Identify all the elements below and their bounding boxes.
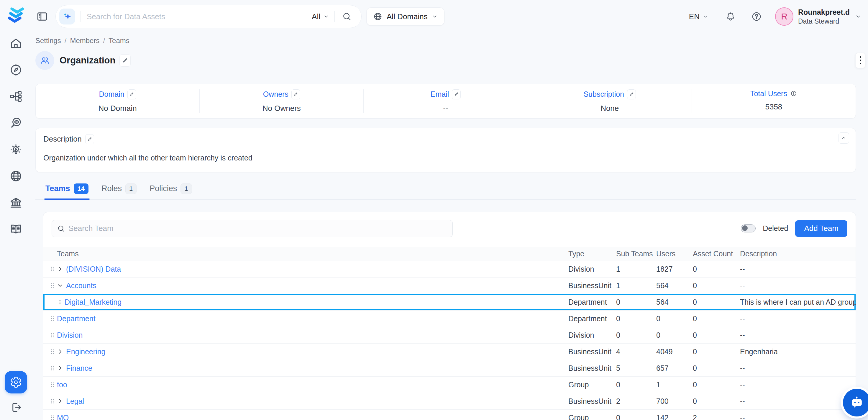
tab-teams[interactable]: Teams 14	[44, 182, 90, 200]
drag-handle-icon[interactable]	[51, 382, 54, 388]
drag-handle-icon[interactable]	[51, 398, 54, 404]
tab-count-badge: 1	[125, 183, 136, 194]
hierarchy-icon	[9, 90, 23, 103]
team-link[interactable]: MO	[57, 414, 69, 420]
team-description: --	[733, 414, 856, 420]
tab-policies[interactable]: Policies 1	[148, 182, 193, 200]
user-avatar[interactable]: R	[775, 7, 794, 26]
drag-handle-icon[interactable]	[58, 299, 62, 305]
drag-handle-icon[interactable]	[51, 266, 54, 272]
drag-handle-icon[interactable]	[51, 332, 54, 338]
chevron-down-icon[interactable]	[855, 13, 862, 20]
team-link[interactable]: Division	[57, 331, 83, 339]
team-link[interactable]: Finance	[66, 364, 92, 372]
stat-item: Email --	[363, 89, 527, 113]
drag-handle-icon[interactable]	[51, 365, 54, 371]
team-sub-teams: 1	[609, 281, 649, 290]
add-team-button[interactable]: Add Team	[795, 220, 847, 237]
sidebar-item-domains[interactable]	[9, 169, 23, 183]
team-search-input[interactable]	[52, 220, 453, 237]
stat-label: Subscription	[583, 90, 624, 98]
sidebar-item-glossary[interactable]	[9, 222, 23, 236]
column-header: Asset Count	[686, 249, 733, 258]
table-row: Division Division 0 0 0 --	[43, 327, 856, 343]
stat-edit-button[interactable]	[291, 89, 300, 99]
expand-chevron-icon[interactable]	[57, 398, 63, 404]
global-search-input[interactable]	[86, 12, 312, 22]
tab-label: Policies	[150, 184, 177, 193]
bell-icon	[725, 11, 736, 22]
help-button[interactable]	[750, 10, 763, 23]
collapse-description-button[interactable]	[838, 132, 849, 144]
team-link[interactable]: Digital_Marketing	[65, 298, 122, 306]
expand-chevron-icon[interactable]	[57, 365, 63, 371]
expand-chevron-icon[interactable]	[57, 266, 63, 272]
deleted-toggle[interactable]	[741, 224, 756, 233]
globe-icon	[373, 12, 382, 21]
main-area: All All Domains EN	[32, 0, 868, 420]
teams-controls: Deleted Add Team	[43, 220, 856, 237]
sidebar-item-explore[interactable]	[9, 63, 23, 77]
stat-label: Email	[431, 90, 449, 98]
app-logo[interactable]	[6, 6, 26, 26]
more-options-button[interactable]	[855, 53, 865, 68]
drag-handle-icon[interactable]	[51, 349, 54, 355]
search-submit-button[interactable]	[340, 10, 353, 23]
tab-roles[interactable]: Roles 1	[100, 182, 138, 200]
page-content: Settings / Members / Teams Organization	[32, 33, 868, 420]
team-link[interactable]: foo	[57, 381, 67, 389]
team-link[interactable]: Legal	[66, 397, 84, 406]
stats-card: Domain No Domain Owners No Owners Email …	[35, 84, 856, 119]
search-scope-dropdown[interactable]: All	[312, 12, 329, 21]
drag-handle-icon[interactable]	[51, 316, 54, 322]
tab-label: Roles	[101, 184, 122, 193]
sidebar-item-insights[interactable]	[9, 143, 23, 156]
drag-handle-icon[interactable]	[51, 415, 54, 420]
team-users: 700	[649, 397, 686, 406]
logout-button[interactable]	[9, 400, 23, 414]
expand-chevron-icon[interactable]	[57, 348, 63, 355]
breadcrumb-item-members[interactable]: Members	[70, 36, 99, 45]
notifications-button[interactable]	[724, 10, 737, 23]
user-info[interactable]: Rounakpreet.d Data Steward	[798, 8, 850, 25]
language-dropdown[interactable]: EN	[689, 12, 708, 21]
compass-icon	[9, 63, 23, 77]
robot-icon	[848, 394, 865, 411]
chatbot-button[interactable]	[843, 389, 868, 417]
stat-edit-button[interactable]	[627, 89, 636, 99]
team-users: 142	[649, 414, 686, 420]
team-users: 564	[649, 281, 686, 290]
drag-handle-icon[interactable]	[51, 282, 54, 289]
breadcrumb-item-teams[interactable]: Teams	[108, 36, 129, 45]
breadcrumb-separator: /	[65, 36, 67, 45]
team-link[interactable]: Accounts	[66, 281, 96, 290]
topbar-right: EN R Rounakpreet.d Data Steward	[689, 7, 862, 26]
sparkle-icon	[62, 11, 72, 22]
sidebar-item-settings[interactable]	[5, 371, 27, 393]
team-asset-count: 0	[686, 331, 733, 339]
stat-value: None	[528, 104, 692, 113]
team-description: --	[733, 314, 856, 323]
language-label: EN	[689, 12, 700, 21]
edit-description-button[interactable]	[85, 134, 94, 144]
sidebar-item-govern[interactable]	[9, 196, 23, 209]
expand-chevron-icon[interactable]	[57, 282, 63, 289]
tab-count-badge: 14	[74, 183, 89, 194]
team-link[interactable]: (DIVISION) Data	[66, 265, 121, 273]
search-icon	[342, 11, 352, 22]
stat-edit-button[interactable]	[127, 89, 136, 99]
sidebar-item-hierarchy[interactable]	[9, 90, 23, 103]
sidebar-toggle-button[interactable]	[35, 10, 49, 23]
stat-edit-button[interactable]	[452, 89, 461, 99]
edit-title-button[interactable]	[119, 54, 131, 67]
breadcrumb-item-settings[interactable]: Settings	[35, 36, 61, 45]
team-link[interactable]: Engineering	[66, 348, 105, 356]
team-type: Group	[561, 414, 609, 420]
sidebar-item-home[interactable]	[9, 36, 23, 50]
team-sub-teams: 2	[609, 397, 649, 406]
all-domains-dropdown[interactable]: All Domains	[366, 7, 444, 26]
sidebar-item-observability[interactable]	[9, 116, 23, 130]
team-link[interactable]: Department	[57, 314, 96, 323]
ai-search-button[interactable]	[59, 8, 75, 25]
table-row: Legal BusinessUnit 2 700 0 --	[43, 393, 856, 410]
